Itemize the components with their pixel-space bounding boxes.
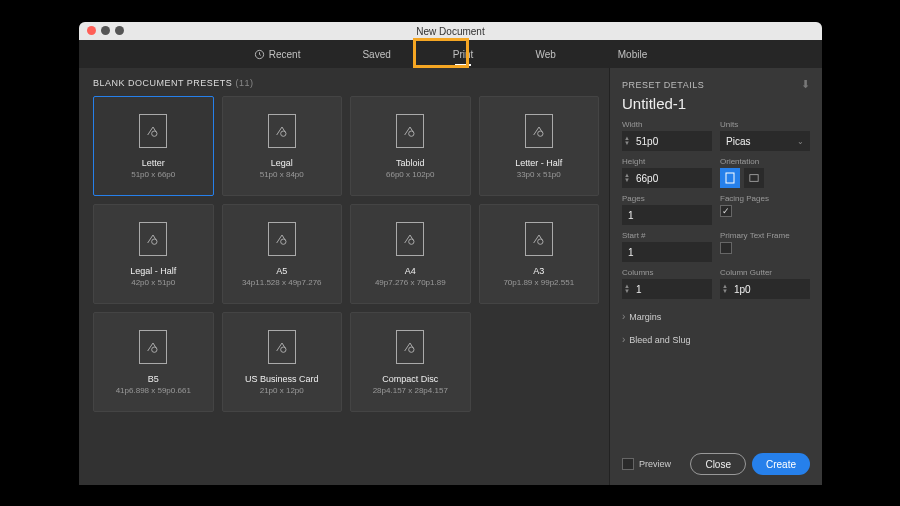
details-header: PRESET DETAILS (622, 80, 704, 90)
width-label: Width (622, 120, 712, 129)
preset-card[interactable]: Legal51p0 x 84p0 (222, 96, 343, 196)
preset-card[interactable]: US Business Card21p0 x 12p0 (222, 312, 343, 412)
preset-card[interactable]: Compact Disc28p4.157 x 28p4.157 (350, 312, 471, 412)
preset-details-panel: PRESET DETAILS ⬇ Untitled-1 Width ▲▼51p0… (609, 68, 822, 485)
preset-dimensions: 28p4.157 x 28p4.157 (373, 386, 448, 395)
preset-name: B5 (148, 374, 159, 384)
window-title: New Document (416, 26, 484, 37)
svg-rect-13 (750, 175, 758, 182)
tab-web[interactable]: Web (529, 40, 561, 68)
columns-label: Columns (622, 268, 712, 277)
page-icon (139, 114, 167, 148)
preset-card[interactable]: A449p7.276 x 70p1.89 (350, 204, 471, 304)
page-icon (396, 114, 424, 148)
new-document-window: New Document Recent Saved Print Web Mobi… (79, 22, 822, 485)
svg-point-1 (152, 131, 157, 136)
window-controls (87, 26, 124, 35)
svg-point-11 (409, 347, 414, 352)
columns-input[interactable]: ▲▼1 (622, 279, 712, 299)
minimize-window-icon[interactable] (101, 26, 110, 35)
height-input[interactable]: ▲▼66p0 (622, 168, 712, 188)
presets-panel: BLANK DOCUMENT PRESETS (11) Letter51p0 x… (79, 68, 609, 485)
start-label: Start # (622, 231, 712, 240)
pages-input[interactable]: 1 (622, 205, 712, 225)
tab-saved[interactable]: Saved (356, 40, 396, 68)
page-icon (525, 114, 553, 148)
save-preset-icon[interactable]: ⬇ (801, 78, 811, 91)
svg-point-2 (280, 131, 285, 136)
preset-name: US Business Card (245, 374, 319, 384)
page-icon (268, 330, 296, 364)
page-icon (396, 330, 424, 364)
preset-card[interactable]: Legal - Half42p0 x 51p0 (93, 204, 214, 304)
orientation-landscape-button[interactable] (744, 168, 764, 188)
preset-card[interactable]: A534p11.528 x 49p7.276 (222, 204, 343, 304)
tab-mobile[interactable]: Mobile (612, 40, 653, 68)
category-tabs: Recent Saved Print Web Mobile (79, 40, 822, 68)
preset-card[interactable]: Letter - Half33p0 x 51p0 (479, 96, 600, 196)
gutter-input[interactable]: ▲▼1p0 (720, 279, 810, 299)
page-icon (525, 222, 553, 256)
page-icon (268, 114, 296, 148)
preset-name: A5 (276, 266, 287, 276)
preset-card[interactable]: Letter51p0 x 66p0 (93, 96, 214, 196)
page-icon (139, 222, 167, 256)
preset-name: A4 (405, 266, 416, 276)
preset-dimensions: 33p0 x 51p0 (517, 170, 561, 179)
tab-print[interactable]: Print (447, 40, 480, 68)
preset-card[interactable]: Tabloid66p0 x 102p0 (350, 96, 471, 196)
preset-name: Legal - Half (130, 266, 176, 276)
preset-dimensions: 70p1.89 x 99p2.551 (503, 278, 574, 287)
preset-name: Letter - Half (515, 158, 562, 168)
svg-point-8 (537, 239, 542, 244)
gutter-label: Column Gutter (720, 268, 810, 277)
preset-dimensions: 66p0 x 102p0 (386, 170, 435, 179)
margins-disclosure[interactable]: Margins (622, 305, 810, 328)
primary-text-frame-label: Primary Text Frame (720, 231, 810, 240)
tab-label: Web (535, 49, 555, 60)
clock-icon (254, 49, 265, 60)
preview-label: Preview (639, 459, 671, 469)
close-button[interactable]: Close (690, 453, 746, 475)
section-title: BLANK DOCUMENT PRESETS (11) (93, 78, 599, 88)
start-input[interactable]: 1 (622, 242, 712, 262)
preset-name: Letter (142, 158, 165, 168)
chevron-down-icon: ⌄ (797, 137, 804, 146)
preset-name: A3 (533, 266, 544, 276)
document-name[interactable]: Untitled-1 (622, 95, 810, 112)
width-input[interactable]: ▲▼51p0 (622, 131, 712, 151)
page-icon (268, 222, 296, 256)
preset-card[interactable]: A370p1.89 x 99p2.551 (479, 204, 600, 304)
page-icon (139, 330, 167, 364)
preview-checkbox[interactable] (622, 458, 634, 470)
svg-point-9 (152, 347, 157, 352)
preset-name: Compact Disc (382, 374, 438, 384)
preset-dimensions: 21p0 x 12p0 (260, 386, 304, 395)
units-select[interactable]: Picas⌄ (720, 131, 810, 151)
preset-dimensions: 34p11.528 x 49p7.276 (242, 278, 322, 287)
tab-label: Mobile (618, 49, 647, 60)
pages-label: Pages (622, 194, 712, 203)
facing-pages-checkbox[interactable] (720, 205, 732, 217)
tab-recent[interactable]: Recent (248, 40, 307, 68)
titlebar: New Document (79, 22, 822, 40)
orientation-portrait-button[interactable] (720, 168, 740, 188)
orientation-label: Orientation (720, 157, 810, 166)
tab-label: Print (453, 49, 474, 60)
close-window-icon[interactable] (87, 26, 96, 35)
bleed-disclosure[interactable]: Bleed and Slug (622, 328, 810, 351)
preset-dimensions: 51p0 x 84p0 (260, 170, 304, 179)
primary-text-frame-checkbox[interactable] (720, 242, 732, 254)
create-button[interactable]: Create (752, 453, 810, 475)
height-label: Height (622, 157, 712, 166)
preset-card[interactable]: B541p6.898 x 59p0.661 (93, 312, 214, 412)
preset-dimensions: 49p7.276 x 70p1.89 (375, 278, 446, 287)
svg-point-7 (409, 239, 414, 244)
svg-point-5 (152, 239, 157, 244)
svg-point-6 (280, 239, 285, 244)
svg-point-10 (280, 347, 285, 352)
preset-dimensions: 42p0 x 51p0 (131, 278, 175, 287)
zoom-window-icon[interactable] (115, 26, 124, 35)
units-label: Units (720, 120, 810, 129)
preset-name: Tabloid (396, 158, 425, 168)
